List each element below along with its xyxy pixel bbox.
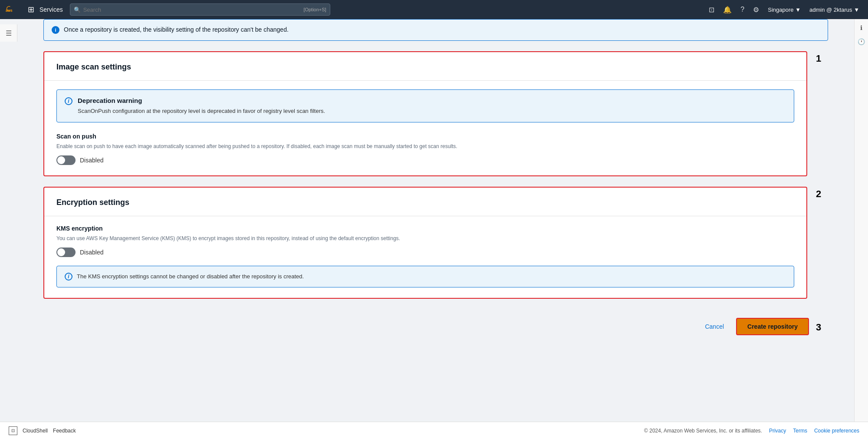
- search-bar[interactable]: 🔍 [Option+S]: [70, 3, 330, 16]
- info-icon: i: [52, 26, 59, 34]
- create-repository-button[interactable]: Create repository: [736, 318, 809, 335]
- footer: ⊡ CloudShell Feedback © 2024, Amazon Web…: [0, 422, 868, 439]
- image-scan-card: Image scan settings i Deprecation warnin…: [43, 51, 807, 177]
- scan-on-push-toggle-row: Disabled: [56, 155, 794, 165]
- info-sidebar-icon[interactable]: ℹ: [860, 24, 862, 31]
- encryption-section-row: Encryption settings KMS encryption You c…: [43, 187, 828, 299]
- kms-desc: You can use AWS Key Management Service (…: [56, 234, 794, 242]
- kms-label: KMS encryption: [56, 225, 794, 232]
- deprecation-warning-box: i Deprecation warning ScanOnPush configu…: [56, 89, 794, 123]
- scan-on-push-label: Scan on push: [56, 133, 794, 140]
- copyright-text: © 2024, Amazon Web Services, Inc. or its…: [644, 428, 762, 434]
- terminal-icon[interactable]: ⊡: [705, 4, 718, 16]
- cookie-link[interactable]: Cookie preferences: [814, 428, 859, 434]
- kms-toggle[interactable]: [56, 248, 76, 257]
- cloudshell-icon: ⊡: [9, 426, 17, 435]
- encryption-section-number: 2: [816, 188, 828, 200]
- deprecation-info-icon: i: [65, 97, 72, 105]
- visibility-info-box: i Once a repository is created, the visi…: [43, 19, 828, 41]
- cloudshell-label[interactable]: CloudShell: [23, 428, 48, 434]
- help-icon[interactable]: ?: [737, 4, 748, 15]
- footer-right: © 2024, Amazon Web Services, Inc. or its…: [644, 428, 859, 434]
- svg-text:aws: aws: [6, 9, 13, 13]
- search-shortcut: [Option+S]: [303, 7, 326, 12]
- region-selector[interactable]: Singapore ▼: [764, 7, 804, 13]
- main-content: i Once a repository is created, the visi…: [17, 19, 854, 422]
- deprecation-content: Deprecation warning ScanOnPush configura…: [78, 97, 325, 116]
- grid-icon[interactable]: ⊞: [26, 3, 36, 16]
- deprecation-title: Deprecation warning: [78, 97, 325, 104]
- kms-info-text: The KMS encryption settings cannot be ch…: [77, 272, 304, 281]
- settings-icon[interactable]: ⚙: [750, 4, 763, 16]
- services-nav[interactable]: Services: [39, 6, 63, 13]
- cancel-button[interactable]: Cancel: [700, 320, 729, 333]
- right-sidebar: ℹ 🕐: [854, 19, 868, 439]
- kms-toggle-row: Disabled: [56, 248, 794, 257]
- scan-on-push-toggle[interactable]: [56, 155, 76, 165]
- privacy-link[interactable]: Privacy: [769, 428, 786, 434]
- terms-link[interactable]: Terms: [793, 428, 807, 434]
- image-scan-section-row: Image scan settings i Deprecation warnin…: [43, 51, 828, 177]
- image-scan-section-number: 1: [816, 53, 828, 64]
- deprecation-text: ScanOnPush configuration at the reposito…: [78, 107, 325, 116]
- kms-info-box: i The KMS encryption settings cannot be …: [56, 266, 794, 287]
- kms-info-icon: i: [65, 273, 72, 281]
- footer-left: ⊡ CloudShell Feedback: [9, 426, 76, 435]
- sidebar-toggle[interactable]: ☰: [0, 24, 17, 42]
- search-icon: 🔍: [74, 7, 81, 13]
- scan-on-push-field: Scan on push Enable scan on push to have…: [56, 133, 794, 165]
- feedback-label[interactable]: Feedback: [53, 428, 76, 434]
- encryption-title: Encryption settings: [56, 198, 794, 207]
- search-input[interactable]: [83, 7, 301, 13]
- nav-right: ⊡ 🔔 ? ⚙ Singapore ▼ admin @ 2ktarus ▼: [705, 4, 863, 16]
- scan-on-push-desc: Enable scan on push to have each image a…: [56, 142, 794, 150]
- aws-logo[interactable]: aws: [5, 3, 23, 16]
- user-menu[interactable]: admin @ 2ktarus ▼: [806, 7, 863, 13]
- hamburger-icon: ☰: [6, 29, 12, 37]
- actions-section-number: 3: [816, 322, 828, 333]
- bell-icon[interactable]: 🔔: [720, 4, 735, 16]
- encryption-card: Encryption settings KMS encryption You c…: [43, 187, 807, 299]
- kms-toggle-label: Disabled: [80, 249, 103, 256]
- image-scan-title: Image scan settings: [56, 63, 794, 72]
- visibility-info-text: Once a repository is created, the visibi…: [64, 26, 289, 34]
- kms-field: KMS encryption You can use AWS Key Manag…: [56, 225, 794, 257]
- clock-sidebar-icon[interactable]: 🕐: [858, 38, 865, 45]
- top-navigation: aws ⊞ Services 🔍 [Option+S] ⊡ 🔔 ? ⚙ Sing…: [0, 0, 868, 19]
- scan-on-push-toggle-label: Disabled: [80, 157, 103, 164]
